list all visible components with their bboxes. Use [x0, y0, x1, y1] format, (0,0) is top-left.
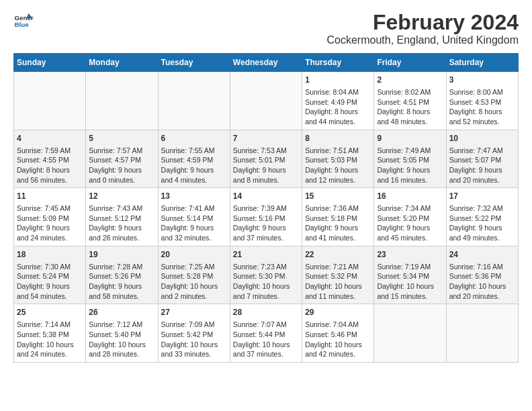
day-info: Sunset: 5:12 PM [89, 214, 154, 224]
day-info: and 11 minutes. [305, 291, 371, 302]
day-info: Sunrise: 7:16 AM [449, 262, 515, 272]
day-info: Sunrise: 8:02 AM [377, 87, 443, 97]
day-info: Sunrise: 7:43 AM [89, 203, 154, 214]
day-info: Daylight: 9 hours [89, 281, 154, 291]
day-info: Sunrise: 7:14 AM [17, 320, 83, 330]
day-info: and 8 minutes. [233, 175, 299, 185]
day-info: and 37 minutes. [233, 233, 299, 243]
day-number: 15 [305, 191, 371, 202]
day-number: 2 [377, 75, 443, 86]
day-number: 29 [305, 307, 371, 318]
day-info: Sunrise: 7:30 AM [17, 262, 83, 272]
day-info: and 20 minutes. [449, 175, 515, 185]
calendar-cell [230, 72, 302, 130]
day-info: and 48 minutes. [377, 117, 443, 127]
day-number: 16 [377, 191, 443, 202]
day-number: 20 [161, 249, 227, 261]
day-number: 22 [305, 249, 371, 261]
calendar-cell: 1Sunrise: 8:04 AMSunset: 4:49 PMDaylight… [302, 72, 374, 130]
day-info: Sunset: 5:18 PM [305, 214, 371, 224]
calendar-cell: 10Sunrise: 7:47 AMSunset: 5:07 PMDayligh… [446, 130, 518, 188]
day-info: Daylight: 10 hours [305, 281, 371, 291]
day-info: Sunrise: 7:49 AM [377, 146, 443, 156]
day-info: Sunrise: 7:51 AM [305, 146, 371, 156]
day-info: and 49 minutes. [449, 233, 515, 243]
header-sunday: Sunday [14, 54, 86, 72]
day-info: Sunset: 5:36 PM [449, 271, 515, 281]
day-info: and 24 minutes. [17, 349, 83, 359]
calendar-cell: 4Sunrise: 7:59 AMSunset: 4:55 PMDaylight… [14, 130, 86, 188]
day-info: and 44 minutes. [305, 117, 371, 127]
day-number: 13 [161, 191, 227, 202]
day-info: Daylight: 9 hours [305, 165, 371, 175]
day-number: 21 [233, 249, 299, 261]
day-info: Sunset: 4:53 PM [449, 97, 515, 107]
day-info: Sunset: 5:05 PM [377, 155, 443, 165]
calendar-cell: 18Sunrise: 7:30 AMSunset: 5:24 PMDayligh… [14, 246, 86, 304]
day-info: Sunrise: 7:19 AM [377, 262, 443, 272]
logo: General Blue [13, 11, 34, 31]
calendar-cell: 26Sunrise: 7:12 AMSunset: 5:40 PMDayligh… [86, 304, 158, 363]
calendar-cell: 16Sunrise: 7:34 AMSunset: 5:20 PMDayligh… [374, 188, 446, 246]
day-number: 9 [377, 133, 443, 144]
day-number: 19 [89, 249, 154, 261]
header-tuesday: Tuesday [158, 54, 230, 72]
day-info: Sunrise: 7:36 AM [305, 203, 371, 214]
day-info: Sunset: 5:01 PM [233, 155, 299, 165]
day-number: 3 [449, 75, 515, 86]
calendar-cell: 3Sunrise: 8:00 AMSunset: 4:53 PMDaylight… [446, 72, 518, 130]
calendar-cell: 14Sunrise: 7:39 AMSunset: 5:16 PMDayligh… [230, 188, 302, 246]
calendar-week-1: 1Sunrise: 8:04 AMSunset: 4:49 PMDaylight… [14, 72, 519, 130]
day-info: Sunset: 5:20 PM [377, 214, 443, 224]
day-info: Daylight: 9 hours [377, 165, 443, 175]
day-info: Sunrise: 7:55 AM [161, 146, 227, 156]
day-info: Sunset: 5:26 PM [89, 271, 154, 281]
day-info: Sunset: 5:24 PM [17, 271, 83, 281]
day-info: Sunrise: 8:00 AM [449, 87, 515, 97]
calendar-cell: 22Sunrise: 7:21 AMSunset: 5:32 PMDayligh… [302, 246, 374, 304]
calendar-cell: 27Sunrise: 7:09 AMSunset: 5:42 PMDayligh… [158, 304, 230, 363]
page-title: February 2024 [327, 11, 519, 34]
header-thursday: Thursday [302, 54, 374, 72]
calendar-week-4: 18Sunrise: 7:30 AMSunset: 5:24 PMDayligh… [14, 246, 519, 304]
day-info: Sunset: 4:59 PM [161, 155, 227, 165]
day-info: Sunrise: 7:45 AM [17, 203, 83, 214]
day-info: Sunset: 5:40 PM [89, 330, 154, 340]
day-info: Sunset: 5:34 PM [377, 271, 443, 281]
day-info: and 58 minutes. [89, 291, 154, 302]
calendar-cell [14, 72, 86, 130]
day-number: 11 [17, 191, 83, 202]
calendar-cell [446, 304, 518, 363]
day-info: and 20 minutes. [449, 291, 515, 302]
day-number: 6 [161, 133, 227, 144]
day-info: and 15 minutes. [377, 291, 443, 302]
day-info: Daylight: 9 hours [449, 223, 515, 233]
day-info: Sunrise: 7:32 AM [449, 203, 515, 214]
day-info: Sunset: 5:22 PM [449, 214, 515, 224]
day-number: 27 [161, 307, 227, 318]
day-info: Sunrise: 7:47 AM [449, 146, 515, 156]
day-info: Sunset: 4:51 PM [377, 97, 443, 107]
calendar-cell [86, 72, 158, 130]
calendar-week-3: 11Sunrise: 7:45 AMSunset: 5:09 PMDayligh… [14, 188, 519, 246]
day-info: Daylight: 8 hours [449, 107, 515, 117]
day-info: Sunset: 5:07 PM [449, 155, 515, 165]
day-info: Sunset: 4:49 PM [305, 97, 371, 107]
day-info: Daylight: 9 hours [233, 165, 299, 175]
day-info: Sunset: 5:44 PM [233, 330, 299, 340]
day-info: Sunset: 5:16 PM [233, 214, 299, 224]
day-number: 7 [233, 133, 299, 144]
day-info: Sunset: 4:57 PM [89, 155, 154, 165]
day-info: Daylight: 10 hours [377, 281, 443, 291]
day-info: Sunrise: 7:21 AM [305, 262, 371, 272]
calendar-table: SundayMondayTuesdayWednesdayThursdayFrid… [13, 53, 519, 363]
day-info: and 2 minutes. [161, 291, 227, 302]
header-friday: Friday [374, 54, 446, 72]
day-info: Sunset: 5:46 PM [305, 330, 371, 340]
header-saturday: Saturday [446, 54, 518, 72]
calendar-cell: 20Sunrise: 7:25 AMSunset: 5:28 PMDayligh… [158, 246, 230, 304]
day-info: Sunrise: 7:04 AM [305, 320, 371, 330]
day-info: Sunrise: 7:09 AM [161, 320, 227, 330]
calendar-cell: 12Sunrise: 7:43 AMSunset: 5:12 PMDayligh… [86, 188, 158, 246]
calendar-cell: 17Sunrise: 7:32 AMSunset: 5:22 PMDayligh… [446, 188, 518, 246]
